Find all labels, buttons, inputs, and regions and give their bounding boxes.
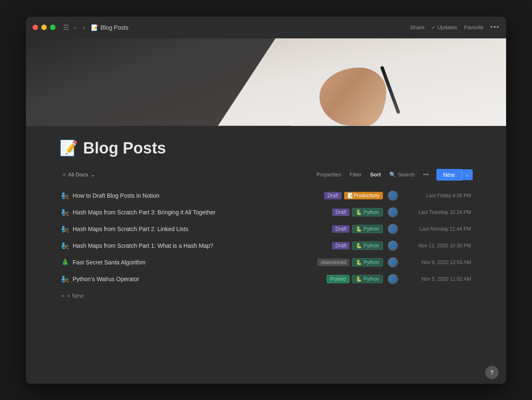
category-badge[interactable]: 🐍 Python [352,258,383,267]
nav-controls: ☰ ‹ › [61,23,87,32]
row-title: 🧞 How to Draft Blog Posts in Notion [61,191,299,199]
avatar-img: 👤 [388,257,398,267]
minimize-button[interactable] [41,25,47,30]
row-emoji: 🧞 [61,208,69,216]
row-text: Hash Maps from Scratch Part 2: Linked Li… [73,226,188,232]
row-text: Hash Maps from Scratch Part 3: Bringing … [73,209,215,216]
status-badge[interactable]: Abandoned [317,259,350,266]
favorite-button[interactable]: Favorite [464,24,484,30]
page-title-area: 📝 Blog Posts [59,139,473,157]
avatar: 👤 [388,224,398,234]
row-text: Python's Walrus Operator [73,276,139,282]
cover-image [26,38,506,126]
row-tags: Draft 🐍 Python [299,242,383,250]
titlebar: ☰ ‹ › 📝 Blog Posts Share ✓ Updates Favor… [26,17,506,38]
row-emoji: 🧞 [61,225,69,233]
row-title: 🧞 Hash Maps from Scratch Part 1: What is… [61,242,299,249]
app-window: ☰ ‹ › 📝 Blog Posts Share ✓ Updates Favor… [26,17,506,384]
row-emoji: 🧞 [61,242,69,249]
help-button[interactable]: ? [485,366,499,379]
help-icon: ? [490,369,494,376]
new-button[interactable]: New [436,169,461,181]
row-emoji: 🧞 [61,191,69,199]
titlebar-title-text: Blog Posts [101,24,129,31]
titlebar-page-title: 📝 Blog Posts [91,24,129,31]
avatar-img: 👤 [388,207,398,217]
row-emoji: 🧞 [61,275,69,283]
row-date: Last Tuesday 10:24 PM [402,209,471,215]
view-chevron-icon: ⌄ [91,171,95,178]
status-badge[interactable]: Draft [332,225,350,233]
row-title: 🎄 Fast Secret Santa Algorithm [61,258,299,266]
new-row-label: + New [67,292,84,299]
back-button[interactable]: ‹ [72,23,78,32]
forward-button[interactable]: › [81,23,86,32]
updates-button[interactable]: ✓ Updates [431,24,457,30]
avatar-img: 👤 [388,274,398,284]
row-date: Last Monday 11:44 PM [402,226,471,232]
status-badge[interactable]: Draft [332,209,350,216]
table-row[interactable]: 🧞 Hash Maps from Scratch Part 3: Bringin… [59,204,473,221]
new-row-button[interactable]: + + New [59,289,473,302]
check-icon: ✓ [431,25,436,30]
table-row[interactable]: 🧞 Hash Maps from Scratch Part 1: What is… [59,237,473,254]
sort-button[interactable]: Sort [366,169,385,180]
sidebar-toggle-icon[interactable]: ☰ [63,23,69,31]
row-tags: Draft 🐍 Python [299,225,383,233]
filter-button[interactable]: Filter [345,169,366,180]
more-db-options[interactable]: ••• [419,169,433,180]
search-icon: 🔍 [389,171,396,178]
page-title: Blog Posts [83,139,166,157]
properties-button[interactable]: Properties [312,169,345,180]
avatar: 👤 [388,274,398,284]
new-button-group: New ⌄ [436,169,473,181]
main-content: 📝 Blog Posts ≡ All Docs ⌄ Properties Fil… [26,126,506,384]
db-toolbar: ≡ All Docs ⌄ Properties Filter Sort 🔍 Se… [59,169,473,181]
share-button[interactable]: Share [410,24,425,30]
row-tags: Abandoned 🐍 Python [299,258,383,267]
cover-image-inner [26,38,506,126]
category-badge[interactable]: 🐍 Python [352,275,383,283]
status-badge[interactable]: Posted [327,275,350,283]
category-badge[interactable]: 🐍 Python [352,225,383,233]
row-date: Nov 5, 2020 11:02 AM [402,276,471,282]
row-text: Hash Maps from Scratch Part 1: What is a… [73,242,213,249]
avatar: 👤 [388,241,398,251]
list-icon: ≡ [63,172,66,178]
avatar: 👤 [388,207,398,217]
fullscreen-button[interactable] [50,25,56,30]
category-badge[interactable]: 📝Productivity [344,192,383,199]
traffic-lights [33,25,56,30]
row-emoji: 🎄 [61,258,69,266]
updates-label: Updates [437,24,457,30]
titlebar-actions: Share ✓ Updates Favorite ••• [410,23,499,32]
view-selector[interactable]: ≡ All Docs ⌄ [59,170,99,179]
more-options-button[interactable]: ••• [490,23,499,32]
search-button[interactable]: 🔍 Search [385,169,419,180]
row-title: 🧞 Python's Walrus Operator [61,275,299,283]
row-title: 🧞 Hash Maps from Scratch Part 2: Linked … [61,225,299,233]
table-row[interactable]: 🎄 Fast Secret Santa Algorithm Abandoned … [59,254,473,271]
avatar-img: 👤 [388,241,398,251]
row-tags: Draft 🐍 Python [299,208,383,216]
table-row[interactable]: 🧞 Python's Walrus Operator Posted 🐍 Pyth… [59,271,473,287]
status-badge[interactable]: Draft [332,242,350,249]
row-date: Nov 11, 2020 10:30 PM [402,243,471,249]
avatar-img: 👤 [388,191,398,201]
status-badge[interactable]: Draft [324,192,342,199]
table-row[interactable]: 🧞 How to Draft Blog Posts in Notion Draf… [59,187,473,204]
table-row[interactable]: 🧞 Hash Maps from Scratch Part 2: Linked … [59,221,473,237]
avatar-img: 👤 [388,224,398,234]
new-row-plus-icon: + [61,292,64,299]
new-button-chevron[interactable]: ⌄ [461,169,473,180]
database-table: 🧞 How to Draft Blog Posts in Notion Draf… [59,187,473,287]
avatar: 👤 [388,191,398,201]
row-date: Last Friday 4:36 PM [402,193,471,199]
page-emoji: 📝 [59,139,78,157]
avatar: 👤 [388,257,398,267]
row-date: Nov 9, 2020 12:54 AM [402,259,471,265]
view-label: All Docs [68,171,88,178]
close-button[interactable] [33,25,38,30]
category-badge[interactable]: 🐍 Python [352,242,383,250]
category-badge[interactable]: 🐍 Python [352,208,383,216]
